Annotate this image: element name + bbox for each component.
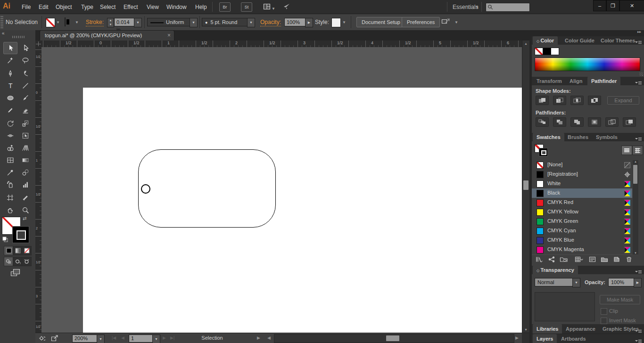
menu-type[interactable]: Type [81,4,93,10]
stroke-weight-label[interactable]: Stroke: [86,19,104,26]
artboard-number-caret[interactable]: ▼ [152,335,160,343]
artboard-tool[interactable] [4,192,17,204]
default-fill-stroke-icon[interactable] [2,236,8,244]
panel-menu-icon[interactable] [635,337,642,343]
free-transform-tool[interactable] [19,130,32,141]
style-swatch[interactable] [331,18,341,27]
menu-select[interactable]: Select [100,4,116,10]
blend-tool[interactable] [19,167,32,178]
tab-align[interactable]: Align [566,77,586,85]
show-swatch-kinds-icon[interactable] [546,255,557,263]
magic-wand-tool[interactable] [4,55,17,66]
new-swatch-icon[interactable] [611,255,622,263]
hscroll-left-icon[interactable]: ◀ [267,335,271,340]
process-color-icon[interactable] [624,190,630,198]
menu-effect[interactable]: Effect [124,4,138,10]
stroke-weight-stepper[interactable]: ▲▼ [107,18,114,27]
tab-color[interactable]: ◇ Color [533,36,558,45]
color-none-swatch[interactable] [535,48,543,55]
column-graph-tool[interactable] [19,179,32,190]
exclude-button[interactable] [588,96,601,105]
color-spectrum-bar[interactable] [535,57,640,71]
expand-button[interactable]: Expand [607,96,639,105]
preferences-button[interactable]: Preferences [402,17,440,27]
swatch-row-registration[interactable]: [Registration] [532,170,632,180]
color-white-swatch[interactable] [551,48,559,55]
width-profile-caret[interactable]: ▼ [190,18,198,27]
minus-back-button[interactable] [623,117,636,127]
previous-artboard-icon[interactable]: ◀ [121,335,124,340]
type-tool[interactable]: T [4,80,17,91]
tab-pathfinder[interactable]: Pathfinder [587,77,620,85]
width-profile-dropdown[interactable]: Uniform [147,18,190,26]
zoom-level-field[interactable]: 200% [72,335,98,343]
make-mask-button[interactable]: Make Mask [600,295,640,304]
chevron-down-icon[interactable]: ▼ [75,20,79,24]
selection-tool[interactable] [3,42,17,54]
grid-view-button[interactable] [632,146,643,155]
slice-tool[interactable] [19,192,32,204]
tab-transform[interactable]: Transform [533,77,566,85]
invert-mask-checkbox[interactable] [601,318,607,324]
first-artboard-icon[interactable]: |◀ [112,335,116,340]
chevron-down-icon[interactable]: ▼ [342,20,346,24]
swatch-libraries-menu-icon[interactable] [534,255,545,263]
dog-tag-shape[interactable] [138,149,276,228]
intersect-button[interactable] [570,96,584,105]
minus-front-button[interactable] [553,96,566,105]
list-view-button[interactable] [621,146,632,155]
fill-color-swatch[interactable] [46,18,55,27]
pen-tool[interactable] [4,68,17,79]
tab-color-guide[interactable]: Color Guide [561,36,598,45]
tab-libraries[interactable]: Libraries [533,324,562,334]
artboard[interactable] [83,88,522,333]
blend-mode-caret[interactable]: ▼ [572,278,580,287]
process-color-icon[interactable] [624,228,630,236]
document-setup-button[interactable]: Document Setup [356,17,405,27]
vertical-scrollbar[interactable]: ▲ ▼ [522,41,529,333]
registration-icon[interactable] [624,171,630,180]
swatch-row-cmyk-magenta[interactable]: CMYK Magenta [532,245,632,255]
opacity-caret[interactable]: ▶ [305,18,313,27]
transparency-thumbnail[interactable] [535,292,595,321]
tab-close-icon[interactable]: × [167,31,171,41]
swatch-row-white[interactable]: White [532,179,632,189]
pencil-tool[interactable] [4,105,17,116]
swatch-row-cmyk-cyan[interactable]: CMYK Cyan [532,226,632,236]
tab-swatches[interactable]: Swatches [533,133,564,141]
arrange-documents-button[interactable]: ▼ [263,3,275,12]
divide-button[interactable] [536,117,549,127]
color-black-swatch[interactable] [543,48,551,55]
horizontal-ruler[interactable]: 1/2 0 1/2 1 1/2 2 1/2 3 1/2 4 1/2 5 1/2 … [41,41,522,48]
stock-button[interactable]: St [241,2,252,12]
eraser-tool[interactable] [19,105,32,116]
close-button[interactable]: ✕ [619,0,644,11]
collapse-toolbar-button[interactable]: « [2,31,5,36]
paintbrush-tool[interactable] [19,92,32,104]
trim-button[interactable] [553,117,566,127]
swatch-view-menu-icon[interactable] [573,255,585,263]
new-color-group-icon[interactable] [599,255,610,263]
document-tab[interactable]: topgun.ai* @ 200% (CMYK/GPU Preview) × [40,30,174,41]
menu-view[interactable]: View [147,4,159,10]
swatch-row-cmyk-green[interactable]: CMYK Green [532,217,632,227]
clip-checkbox[interactable] [601,308,607,315]
gpu-performance-icon[interactable] [37,334,48,342]
swatch-options-icon[interactable] [586,255,598,263]
scroll-down-icon[interactable]: ▼ [522,327,529,333]
scroll-up-icon[interactable]: ▲ [522,41,529,47]
process-color-icon[interactable] [624,209,630,217]
canvas[interactable] [41,47,522,333]
color-mode-button[interactable] [4,246,14,255]
chevron-down-icon[interactable]: ▼ [56,20,60,24]
swatch-row-cmyk-red[interactable]: CMYK Red [532,198,632,208]
menu-file[interactable]: File [22,4,31,10]
gradient-mode-button[interactable] [13,246,23,255]
workspace-switcher[interactable]: Essentials [453,4,479,10]
draw-behind-button[interactable] [13,257,23,266]
menu-edit[interactable]: Edit [39,4,49,10]
tab-artboards[interactable]: Artboards [557,334,590,343]
process-color-icon[interactable] [624,180,630,189]
scroll-up-icon[interactable]: ▲ [633,160,638,163]
collapse-dock-icon[interactable]: ▸▸ [637,30,641,34]
